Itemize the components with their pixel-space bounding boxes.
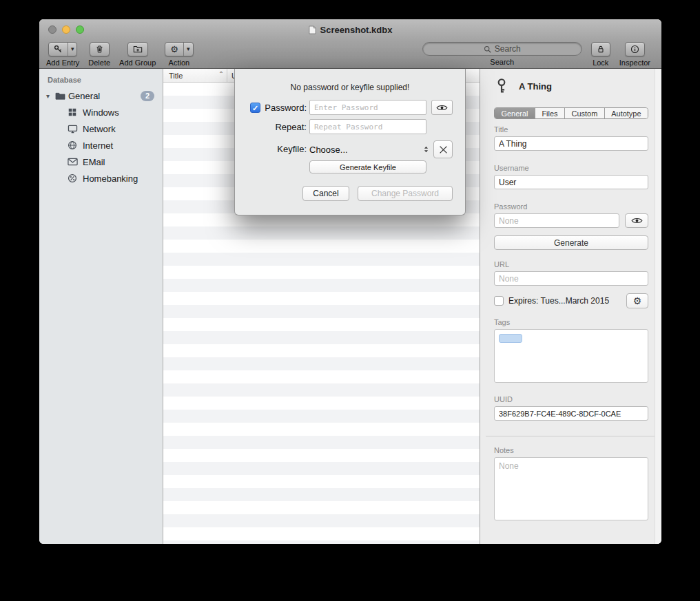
sidebar-header: Database xyxy=(48,76,163,84)
tag-token[interactable] xyxy=(499,334,522,343)
toolbar-item-inspector: Inspector xyxy=(619,42,650,67)
toolbar-item-search: Search Search xyxy=(422,42,582,66)
sidebar-item-internet[interactable]: Internet xyxy=(39,137,163,154)
generate-password-button[interactable]: Generate xyxy=(494,235,648,250)
sidebar-item-label: EMail xyxy=(83,157,105,167)
sidebar-item-homebanking[interactable]: Homebanking xyxy=(39,170,163,187)
inspector-tabs: General Files Custom Autotype xyxy=(494,107,648,119)
uuid-field[interactable] xyxy=(494,406,648,421)
inspector-scrollbar[interactable] xyxy=(655,69,661,544)
section-divider xyxy=(486,436,655,436)
add-entry-button[interactable]: ▾ xyxy=(48,42,78,56)
sheet-message: No password or keyfile supplied! xyxy=(235,83,465,92)
sort-ascending-icon: ˆ xyxy=(220,73,223,78)
search-caption: Search xyxy=(490,58,514,66)
sidebar: Database ▾ General 2 Windows Network xyxy=(39,69,163,544)
lock-button[interactable] xyxy=(591,42,610,56)
search-placeholder: Search xyxy=(495,44,521,54)
dialog-repeat-label: Repeat: xyxy=(249,122,307,132)
envelope-icon xyxy=(67,156,78,167)
key-icon xyxy=(494,78,509,94)
tab-general[interactable]: General xyxy=(495,108,535,118)
eye-icon xyxy=(631,217,643,224)
sidebar-group-label: General xyxy=(68,91,100,101)
trash-icon xyxy=(90,43,109,56)
uuid-label: UUID xyxy=(494,395,513,403)
sidebar-item-windows[interactable]: Windows xyxy=(39,104,163,120)
search-input[interactable]: Search xyxy=(422,42,582,56)
password-label: Password xyxy=(494,202,527,211)
sidebar-item-email[interactable]: EMail xyxy=(39,154,163,170)
sidebar-group-general[interactable]: ▾ General 2 xyxy=(39,87,163,104)
notes-field[interactable] xyxy=(495,458,648,520)
info-icon xyxy=(626,43,644,56)
chevron-down-icon: ▾ xyxy=(187,46,190,52)
add-group-button[interactable] xyxy=(127,42,148,56)
stepper-icon xyxy=(423,145,429,154)
password-field[interactable] xyxy=(494,213,619,228)
toolbar-item-action: ⚙ ▾ Action xyxy=(165,42,193,67)
toolbar-item-delete: Delete xyxy=(88,42,110,67)
inspector-panel: A Thing General Files Custom Autotype Ti… xyxy=(480,69,661,544)
action-dropdown[interactable]: ▾ xyxy=(183,43,193,56)
add-entry-label: Add Entry xyxy=(46,59,79,67)
change-password-button[interactable]: Change Password xyxy=(358,186,453,201)
app-window: Screenshot.kdbx ▾ Add Entry xyxy=(39,19,661,544)
entry-header: A Thing xyxy=(494,78,552,94)
tab-custom[interactable]: Custom xyxy=(565,108,605,118)
sidebar-item-label: Internet xyxy=(83,140,113,151)
disclosure-triangle-icon[interactable]: ▾ xyxy=(44,92,52,100)
clear-x-icon xyxy=(439,145,448,154)
add-group-label: Add Group xyxy=(119,59,156,67)
username-field[interactable] xyxy=(494,175,648,189)
document-icon xyxy=(309,25,316,34)
toolbar-item-lock: Lock xyxy=(591,42,610,67)
username-label: Username xyxy=(494,164,529,172)
delete-button[interactable] xyxy=(90,42,110,56)
inspector-label: Inspector xyxy=(619,59,650,67)
inspector-button[interactable] xyxy=(625,42,645,56)
reveal-password-button[interactable] xyxy=(625,213,648,228)
keyfile-popup-button[interactable]: Choose... xyxy=(309,142,429,157)
keyfile-selected-value: Choose... xyxy=(309,145,348,155)
entry-count-badge: 2 xyxy=(141,91,154,101)
titlebar[interactable]: Screenshot.kdbx xyxy=(39,19,661,40)
expires-label: Expires: Tues...March 2015 xyxy=(508,296,609,306)
eye-icon xyxy=(436,104,448,112)
toolbar-item-add-group: Add Group xyxy=(119,42,156,67)
expires-checkbox[interactable] xyxy=(494,296,504,306)
action-label: Action xyxy=(169,59,190,67)
generate-keyfile-button[interactable]: Generate Keyfile xyxy=(309,160,426,173)
entry-title-heading: A Thing xyxy=(519,81,552,92)
lock-icon xyxy=(592,43,610,56)
dialog-keyfile-label: Keyfile: xyxy=(249,144,307,154)
url-label: URL xyxy=(494,260,509,268)
notes-label: Notes xyxy=(494,446,514,454)
coin-icon xyxy=(67,173,78,184)
folder-plus-icon xyxy=(128,43,147,56)
tab-autotype[interactable]: Autotype xyxy=(605,108,648,118)
sidebar-item-network[interactable]: Network xyxy=(39,120,163,137)
column-header-title[interactable]: Title ˆ xyxy=(163,72,227,80)
column-title-text: Title xyxy=(169,72,183,80)
repeat-password-field[interactable] xyxy=(309,119,426,134)
add-entry-dropdown[interactable]: ▾ xyxy=(68,43,77,56)
clear-keyfile-button[interactable] xyxy=(433,140,453,158)
title-field[interactable] xyxy=(494,136,648,151)
toolbar: ▾ Add Entry Delete Add Group xyxy=(39,40,661,69)
window-header: Screenshot.kdbx ▾ Add Entry xyxy=(39,19,661,69)
toolbar-item-add-entry: ▾ Add Entry xyxy=(46,42,79,67)
globe-icon xyxy=(67,140,78,151)
windows-icon xyxy=(67,107,78,118)
expires-settings-button[interactable]: ⚙ xyxy=(626,293,648,308)
sidebar-item-label: Windows xyxy=(83,107,119,118)
tags-field[interactable] xyxy=(494,329,648,383)
sidebar-item-label: Network xyxy=(83,124,116,134)
notes-field-container xyxy=(494,457,648,520)
action-button[interactable]: ⚙ ▾ xyxy=(165,42,193,56)
enter-password-field[interactable] xyxy=(309,100,426,115)
show-password-button[interactable] xyxy=(431,100,453,115)
url-field[interactable] xyxy=(494,271,648,286)
cancel-button[interactable]: Cancel xyxy=(302,186,349,201)
tab-files[interactable]: Files xyxy=(535,108,565,118)
